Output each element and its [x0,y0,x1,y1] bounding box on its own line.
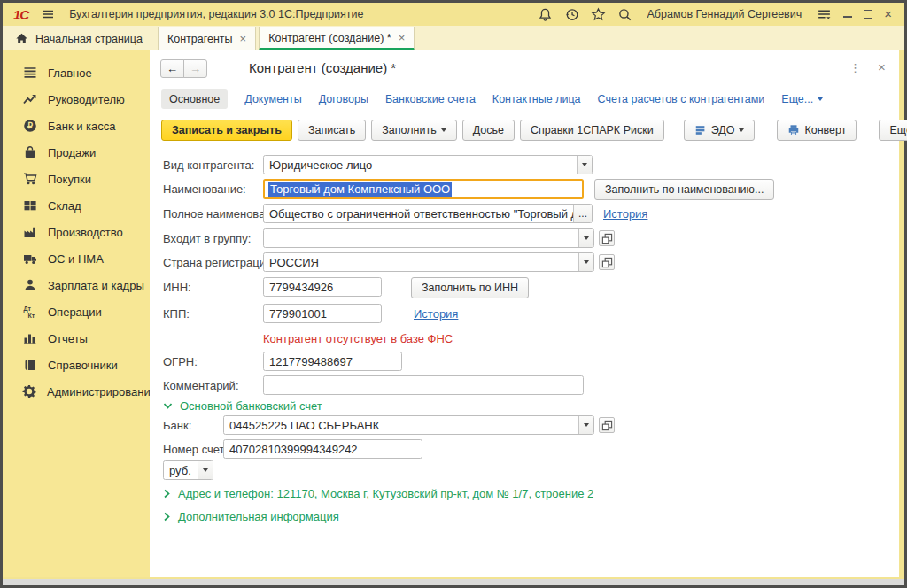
ogrn-input[interactable] [263,352,402,371]
country-open-button[interactable] [599,254,615,270]
bag-icon [22,145,37,159]
nav-dokumenty[interactable]: Документы [244,93,301,105]
tab-close-icon[interactable]: × [399,34,406,43]
nav-osnovnoe[interactable]: Основное [161,89,228,109]
bank-open-button[interactable] [599,417,615,433]
bank-select[interactable]: 044525225 ПАО СБЕРБАНК [223,415,594,435]
sidebar-item-prodazhi[interactable]: Продажи [3,139,150,166]
envelope-print-button[interactable]: Конверт [777,120,857,141]
truck-icon [22,251,37,266]
sidebar-item-administrirovanie[interactable]: Администрирование [3,378,150,405]
kpp-input[interactable] [263,304,382,323]
fill-by-name-button[interactable]: Заполнить по наименованию... [594,179,774,200]
field-label: Страна регистрации: [163,256,275,269]
nav-dogovory[interactable]: Договоры [319,93,368,105]
dropdown-arrow-icon[interactable] [198,461,213,479]
save-and-close-button[interactable]: Записать и закрыть [161,120,292,141]
close-window-button[interactable]: × [884,10,892,19]
bank-section-toggle[interactable]: Основной банковский счет [163,399,322,413]
sidebar-item-label: Отчеты [48,332,88,345]
group-select[interactable] [263,228,594,248]
sidebar-item-pokupki[interactable]: Покупки [3,166,150,192]
sidebar-item-proizvodstvo[interactable]: Производство [3,219,150,245]
nav-more[interactable]: Еще... [781,93,823,105]
field-row-kpp: КПП: История [163,304,889,323]
field-row-currency: руб. [163,460,889,480]
sidebar-item-os-i-nma[interactable]: ОС и НМА [3,245,150,272]
dropdown-arrow-icon[interactable] [578,229,593,247]
main-menu-icon[interactable] [41,7,55,21]
sidebar-item-sklad[interactable]: Склад [3,192,150,219]
spark-button[interactable]: Справки 1СПАРК Риски [520,120,664,141]
dropdown-arrow-icon[interactable] [577,156,592,174]
country-select[interactable]: РОССИЯ [263,252,594,272]
current-user[interactable]: Абрамов Геннадий Сергеевич [647,8,802,20]
field-row-inn: ИНН: Заполнить по ИНН [163,277,889,297]
body: Главное Руководителю ₽ Банк и касса Прод… [3,50,904,579]
full-name-history-link[interactable]: История [603,207,647,220]
panel-menu-icon[interactable]: ⋮ [849,61,861,74]
dropdown-arrow-icon[interactable] [578,253,593,271]
sidebar-item-rukovoditelyu[interactable]: Руководителю [3,86,150,112]
history-nav: ← → [160,59,207,78]
tab-close-icon[interactable]: × [240,35,247,43]
tab-home[interactable]: Начальная страница [10,27,155,50]
extra-section-toggle[interactable]: Дополнительная информация [163,510,339,523]
favorites-star-icon[interactable] [591,7,606,22]
fill-dropdown-button[interactable]: Заполнить [371,120,456,141]
account-input[interactable] [223,439,422,459]
name-input[interactable]: Торговый дом Комплексный ООО [263,179,584,199]
extra-section-title: Дополнительная информация [178,510,339,523]
book-icon [22,358,37,372]
sidebar-item-bank-i-kassa[interactable]: ₽ Банк и касса [3,112,150,139]
save-button[interactable]: Записать [298,120,366,141]
nav-kontaktnye-lica[interactable]: Контактные лица [492,93,581,105]
tab-kontragenty[interactable]: Контрагенты × [158,27,256,50]
address-section-toggle[interactable]: Адрес и телефон: 121170, Москва г, Кутуз… [163,487,593,500]
tab-label: Контрагент (создание) * [268,32,391,44]
dossier-button[interactable]: Досье [462,120,515,141]
full-name-input[interactable]: Общество с ограниченной ответственностью… [263,204,593,223]
inn-input[interactable] [263,277,382,297]
minimize-button[interactable] [843,16,852,18]
printer-icon [787,124,800,136]
notifications-bell-icon[interactable] [538,7,553,22]
sidebar-item-label: ОС и НМА [48,252,104,266]
currency-value: руб. [164,461,198,479]
nav-more-label: Еще... [781,93,813,105]
search-icon[interactable] [617,7,632,22]
sidebar-item-glavnoe[interactable]: Главное [3,59,150,86]
edo-dropdown-button[interactable]: ЭДО [684,120,756,141]
field-row-name: Наименование: Торговый дом Комплексный О… [163,179,889,198]
window-frame: 1С Бухгалтерия предприятия, редакция 3.0… [0,0,907,588]
dropdown-arrow-icon[interactable] [578,416,593,434]
fill-by-inn-button[interactable]: Заполнить по ИНН [411,277,529,298]
service-menu-icon[interactable] [817,7,832,22]
kind-select[interactable]: Юридическое лицо [263,155,593,174]
group-open-button[interactable] [599,230,615,246]
forward-button[interactable]: → [183,59,207,78]
fns-warning-link[interactable]: Контрагент отсутствует в базе ФНС [263,332,453,345]
comment-input[interactable] [263,375,584,395]
ellipsis-button[interactable]: ... [573,205,592,222]
tab-kontragent-create[interactable]: Контрагент (создание) * × [259,27,415,50]
sidebar-item-zarplata-i-kadry[interactable]: Зарплата и кадры [3,272,150,298]
nav-bankovskie-scheta[interactable]: Банковские счета [385,93,476,105]
field-row-account: Номер счета: [163,439,889,459]
back-button[interactable]: ← [160,59,184,78]
field-label: КПП: [163,307,190,321]
panel-close-icon[interactable]: × [878,59,886,74]
sidebar-item-spravochniki[interactable]: Справочники [3,352,150,378]
currency-select[interactable]: руб. [163,460,213,480]
1c-logo-icon: 1С [13,7,28,22]
maximize-button[interactable] [864,10,872,19]
history-icon[interactable] [564,7,579,22]
sidebar-item-label: Производство [48,226,123,239]
nav-scheta-raschetov[interactable]: Счета расчетов с контрагентами [598,93,765,105]
fill-label: Заполнить [382,124,436,136]
more-dropdown-button[interactable]: Еще [879,120,907,141]
sidebar-item-operacii[interactable]: ДтКт Операции [3,298,150,325]
more-label: Еще [889,124,907,136]
kpp-history-link[interactable]: История [414,307,458,321]
sidebar-item-otchety[interactable]: Отчеты [3,325,150,352]
